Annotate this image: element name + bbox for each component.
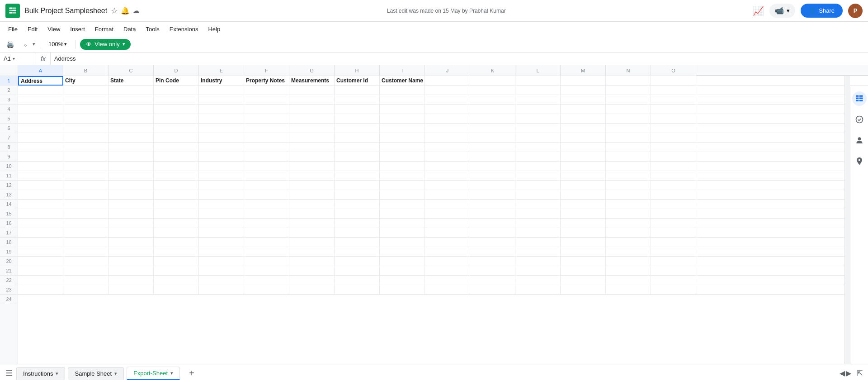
cell-K1[interactable] (470, 76, 515, 86)
row-num-24[interactable]: 24 (0, 295, 18, 304)
menu-extensions[interactable]: Extensions (165, 24, 203, 34)
menu-tools[interactable]: Tools (141, 24, 164, 34)
tab-instructions-arrow[interactable]: ▾ (56, 371, 58, 377)
scroll-nav: ◀ ▶ (840, 369, 851, 377)
col-header-K[interactable]: K (470, 65, 515, 76)
print-button[interactable]: 🖨️ (4, 38, 16, 51)
sidebar-maps-icon[interactable] (852, 154, 867, 168)
cell-I1[interactable]: Customer Name (380, 76, 425, 86)
menu-insert[interactable]: Insert (66, 24, 90, 34)
document-title[interactable]: Bulk Project Samplesheet (24, 7, 107, 15)
scroll-right-btn[interactable]: ▶ (846, 369, 851, 377)
tab-sample-sheet[interactable]: Sample Sheet ▾ (68, 367, 124, 380)
col-header-M[interactable]: M (561, 65, 606, 76)
cell-A2[interactable] (18, 86, 63, 95)
add-sheet-button[interactable]: + (184, 366, 199, 381)
formula-input[interactable] (51, 55, 868, 62)
col-header-L[interactable]: L (515, 65, 561, 76)
filter-arrow[interactable]: ▾ (33, 41, 35, 47)
view-only-button[interactable]: 👁 View only ▾ (80, 39, 130, 50)
row-num-14[interactable]: 14 (0, 200, 18, 209)
cell-N1[interactable] (606, 76, 651, 86)
sidebar-tasks-icon[interactable] (852, 112, 867, 127)
vertical-scrollbar[interactable] (844, 65, 850, 364)
col-header-B[interactable]: B (63, 65, 108, 76)
row-num-9[interactable]: 9 (0, 152, 18, 162)
col-header-N[interactable]: N (606, 65, 651, 76)
zoom-selector[interactable]: 100% ▾ (45, 40, 71, 48)
menu-data[interactable]: Data (119, 24, 140, 34)
row-num-4[interactable]: 4 (0, 105, 18, 114)
share-button[interactable]: 👤 Share (801, 4, 843, 18)
cell-G1[interactable]: Measurements (289, 76, 335, 86)
cell-J1[interactable] (425, 76, 470, 86)
cell-D1[interactable]: Pin Code (154, 76, 199, 86)
sidebar-sheets-icon[interactable] (852, 91, 867, 106)
cell-C1[interactable]: State (108, 76, 154, 86)
cell-L1[interactable] (515, 76, 561, 86)
row-num-13[interactable]: 13 (0, 190, 18, 200)
col-header-I[interactable]: I (380, 65, 425, 76)
filter-button[interactable]: ⬦ (19, 38, 32, 51)
row-num-5[interactable]: 5 (0, 114, 18, 124)
cell-M1[interactable] (561, 76, 606, 86)
row-num-2[interactable]: 2 (0, 86, 18, 95)
col-header-H[interactable]: H (335, 65, 380, 76)
menu-help[interactable]: Help (203, 24, 225, 34)
cell-B1[interactable]: City (63, 76, 108, 86)
row-num-11[interactable]: 11 (0, 171, 18, 181)
menu-file[interactable]: File (4, 24, 22, 34)
row-num-20[interactable]: 20 (0, 257, 18, 266)
cell-A1[interactable]: Address (18, 76, 63, 86)
tab-sample-sheet-arrow[interactable]: ▾ (114, 371, 117, 377)
alert-icon[interactable]: 🔔 (121, 6, 130, 15)
col-header-F[interactable]: F (244, 65, 289, 76)
cell-H1[interactable]: Customer Id (335, 76, 380, 86)
tab-export-sheet[interactable]: Export-Sheet ▾ (127, 367, 180, 380)
menu-format[interactable]: Format (90, 24, 118, 34)
menu-view[interactable]: View (43, 24, 65, 34)
row-num-21[interactable]: 21 (0, 266, 18, 276)
row-num-3[interactable]: 3 (0, 95, 18, 105)
cell-E1[interactable]: Industry (199, 76, 244, 86)
sheet-list-button[interactable]: ☰ (4, 367, 14, 380)
row-num-8[interactable]: 8 (0, 143, 18, 152)
row-num-6[interactable]: 6 (0, 124, 18, 133)
star-icon[interactable]: ☆ (111, 6, 118, 16)
col-header-G[interactable]: G (289, 65, 335, 76)
row-num-17[interactable]: 17 (0, 228, 18, 238)
row-num-23[interactable]: 23 (0, 285, 18, 295)
col-header-E[interactable]: E (199, 65, 244, 76)
row-num-10[interactable]: 10 (0, 162, 18, 171)
menu-edit[interactable]: Edit (23, 24, 42, 34)
cell-F1[interactable]: Property Notes (244, 76, 289, 86)
meet-button[interactable]: 📹 ▾ (769, 4, 795, 18)
table-row (18, 276, 868, 285)
col-header-A[interactable]: A (18, 65, 63, 76)
trending-icon[interactable]: 📈 (753, 5, 764, 16)
expand-sheets-button[interactable]: ⇱ (855, 367, 864, 379)
row-num-16[interactable]: 16 (0, 219, 18, 228)
cell-O1[interactable] (651, 76, 696, 86)
row-num-18[interactable]: 18 (0, 238, 18, 247)
tab-export-sheet-arrow[interactable]: ▾ (170, 370, 173, 376)
col-header-O[interactable]: O (651, 65, 696, 76)
row-num-7[interactable]: 7 (0, 133, 18, 143)
row-num-22[interactable]: 22 (0, 276, 18, 285)
col-header-D[interactable]: D (154, 65, 199, 76)
col-header-C[interactable]: C (108, 65, 154, 76)
sidebar-people-icon[interactable] (852, 133, 867, 148)
row-num-1[interactable]: 1 (0, 76, 18, 86)
row-num-15[interactable]: 15 (0, 209, 18, 219)
scroll-left-btn[interactable]: ◀ (840, 369, 845, 377)
col-header-J[interactable]: J (425, 65, 470, 76)
avatar[interactable]: P (848, 4, 863, 18)
row-num-19[interactable]: 19 (0, 247, 18, 257)
app-icon[interactable] (5, 4, 20, 18)
row-num-12[interactable]: 12 (0, 181, 18, 190)
table-row: Address City State Pin Code Industry Pro… (18, 76, 868, 86)
cloud-icon[interactable]: ☁ (132, 6, 140, 15)
filter-controls: ⬦ ▾ (19, 38, 35, 51)
tab-instructions[interactable]: Instructions ▾ (16, 367, 65, 380)
cell-reference-box[interactable]: A1 ▾ (0, 53, 36, 65)
